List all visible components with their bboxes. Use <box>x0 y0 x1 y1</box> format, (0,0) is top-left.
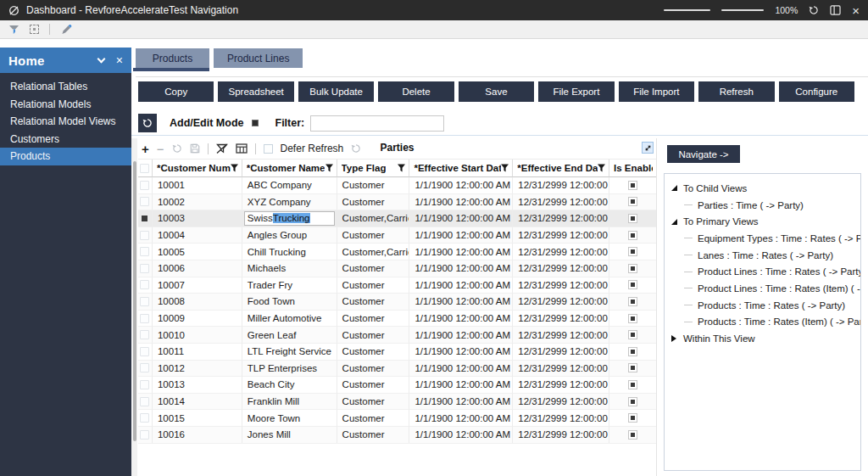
table-row[interactable]: 10001ABC CompanyCustomer1/1/1900 12:00:0… <box>138 177 656 194</box>
row-header-cell[interactable] <box>138 277 153 294</box>
sync-button[interactable] <box>138 114 157 132</box>
cell-effective-end-date[interactable]: 12/31/2999 12:00:00 AM <box>513 260 609 277</box>
cell-effective-start-date[interactable]: 1/1/1900 12:00:00 AM <box>409 244 513 260</box>
enabled-checkbox[interactable] <box>628 430 637 440</box>
button-spreadsheet[interactable]: Spreadsheet <box>218 81 293 102</box>
button-refresh[interactable]: Refresh <box>698 81 774 102</box>
cell-effective-end-date[interactable]: 12/31/2999 12:00:00 AM <box>513 244 609 260</box>
tree-item-parties-time-party[interactable]: Parties : Time ( -> Party) <box>665 197 860 214</box>
cell-type-flag[interactable]: Customer,Carrier <box>337 210 410 227</box>
cell-customer-number[interactable]: 10001 <box>153 177 242 194</box>
cell-customer-name[interactable]: Chill Trucking <box>242 244 337 260</box>
row-checkbox[interactable] <box>140 297 149 306</box>
select-all-cell[interactable] <box>138 160 153 177</box>
column-filter-icon[interactable] <box>398 164 405 172</box>
table-row[interactable]: 10014Franklin MillCustomer1/1/1900 12:00… <box>138 394 656 411</box>
enabled-checkbox[interactable] <box>628 347 637 356</box>
cell-effective-end-date[interactable]: 12/31/2999 12:00:00 AM <box>513 377 609 394</box>
enabled-checkbox[interactable] <box>628 297 637 306</box>
table-row[interactable]: 10010Green LeafCustomer1/1/1900 12:00:00… <box>138 327 656 344</box>
cell-customer-number[interactable]: 10010 <box>153 327 242 344</box>
enabled-checkbox[interactable] <box>628 363 637 372</box>
row-checkbox[interactable] <box>140 280 149 289</box>
row-header-cell[interactable] <box>138 344 153 361</box>
enabled-checkbox[interactable] <box>628 330 637 339</box>
cell-type-flag[interactable]: Customer <box>337 427 410 444</box>
tree-item-equipment-types-time-rates-party[interactable]: Equipment Types : Time : Rates ( -> Part… <box>665 230 860 247</box>
cell-customer-number[interactable]: 10007 <box>153 277 242 294</box>
cell-effective-end-date[interactable]: 12/31/2999 12:00:00 AM <box>513 311 609 328</box>
cell-effective-start-date[interactable]: 1/1/1900 12:00:00 AM <box>409 344 513 361</box>
expanded-arrow-icon[interactable] <box>671 219 677 225</box>
button-file-import[interactable]: File Import <box>619 81 694 102</box>
row-checkbox[interactable] <box>140 413 149 423</box>
cell-customer-name[interactable]: TLP Enterprises <box>242 361 337 378</box>
cell-type-flag[interactable]: Customer <box>337 394 410 411</box>
tree-item-product-lines-time-rates-party[interactable]: Product Lines : Time : Rates ( -> Party) <box>665 263 860 280</box>
select-all-checkbox[interactable] <box>140 164 149 173</box>
cell-customer-number[interactable]: 10006 <box>153 260 242 277</box>
cell-is-enabled[interactable] <box>609 177 656 194</box>
sidebar-item-customers[interactable]: Customers <box>0 131 131 148</box>
row-header-cell[interactable] <box>138 427 153 444</box>
select-region-icon[interactable] <box>30 25 39 34</box>
cell-effective-start-date[interactable]: 1/1/1900 12:00:00 AM <box>409 361 513 378</box>
row-checkbox[interactable] <box>140 430 149 440</box>
column-filter-icon[interactable] <box>598 164 605 172</box>
cell-customer-number[interactable]: 10003 <box>153 210 242 227</box>
column-header-effective-start-date[interactable]: *Effective Start Date <box>409 160 513 177</box>
cell-effective-end-date[interactable]: 12/31/2999 12:00:00 AM <box>513 227 609 244</box>
row-checkbox[interactable] <box>140 247 149 256</box>
cell-type-flag[interactable]: Customer <box>337 227 410 244</box>
row-checkbox[interactable] <box>140 397 149 406</box>
cell-type-flag[interactable]: Customer <box>337 327 410 344</box>
row-checkbox[interactable] <box>140 347 149 356</box>
row-checkbox[interactable] <box>140 330 149 339</box>
cell-customer-number[interactable]: 10005 <box>153 244 242 260</box>
cell-effective-end-date[interactable]: 12/31/2999 12:00:00 AM <box>513 177 609 194</box>
enabled-checkbox[interactable] <box>628 280 637 289</box>
cell-is-enabled[interactable] <box>609 427 656 444</box>
zoom-slider[interactable] <box>664 9 710 11</box>
cell-effective-start-date[interactable]: 1/1/1900 12:00:00 AM <box>409 394 513 411</box>
cell-is-enabled[interactable] <box>609 311 656 328</box>
cell-effective-end-date[interactable]: 12/31/2999 12:00:00 AM <box>513 277 609 294</box>
table-row[interactable]: 10011LTL Freight ServiceCustomer1/1/1900… <box>138 344 656 361</box>
expand-grid-icon[interactable] <box>642 142 654 154</box>
cell-customer-number[interactable]: 10012 <box>153 361 242 378</box>
cell-effective-start-date[interactable]: 1/1/1900 12:00:00 AM <box>409 210 513 227</box>
column-header-type-flag[interactable]: Type Flag <box>337 160 410 177</box>
refresh-icon[interactable] <box>809 5 819 15</box>
button-save[interactable]: Save <box>459 81 534 102</box>
cell-effective-end-date[interactable]: 12/31/2999 12:00:00 AM <box>513 410 609 427</box>
row-header-cell[interactable] <box>138 227 153 244</box>
cell-customer-name[interactable]: XYZ Company <box>242 194 337 211</box>
cell-effective-start-date[interactable]: 1/1/1900 12:00:00 AM <box>409 194 513 211</box>
cell-effective-start-date[interactable]: 1/1/1900 12:00:00 AM <box>409 377 513 394</box>
cell-customer-name[interactable]: LTL Freight Service <box>242 344 337 361</box>
cell-customer-number[interactable]: 10002 <box>153 194 242 211</box>
cell-type-flag[interactable]: Customer <box>337 194 410 211</box>
expanded-arrow-icon[interactable] <box>671 185 677 191</box>
table-row[interactable]: 10012TLP EnterprisesCustomer1/1/1900 12:… <box>138 361 656 378</box>
sidebar-close-icon[interactable]: × <box>116 54 123 66</box>
cell-customer-number[interactable]: 10009 <box>153 311 242 328</box>
close-icon[interactable]: × <box>852 4 860 17</box>
cell-effective-end-date[interactable]: 12/31/2999 12:00:00 AM <box>513 327 609 344</box>
column-header-effective-end-date[interactable]: *Effective End Date <box>513 160 609 177</box>
field-chooser-icon[interactable] <box>236 143 248 154</box>
column-header-customer-number[interactable]: *Customer Number <box>153 160 242 177</box>
cell-is-enabled[interactable] <box>609 344 656 361</box>
edit-pencil-icon[interactable] <box>60 24 72 35</box>
row-header-cell[interactable] <box>138 327 153 344</box>
cell-is-enabled[interactable] <box>609 260 656 277</box>
sidebar-item-relational-tables[interactable]: Relational Tables <box>0 78 131 96</box>
cell-is-enabled[interactable] <box>609 377 656 394</box>
cell-type-flag[interactable]: Customer <box>337 361 410 378</box>
table-row[interactable]: 10002XYZ CompanyCustomer1/1/1900 12:00:0… <box>138 194 656 211</box>
enabled-checkbox[interactable] <box>628 264 637 273</box>
add-row-icon[interactable]: + <box>142 143 149 155</box>
row-header-cell[interactable] <box>138 394 153 411</box>
cell-customer-name[interactable]: Beach City <box>242 377 337 394</box>
cell-effective-end-date[interactable]: 12/31/2999 12:00:00 AM <box>513 361 609 378</box>
